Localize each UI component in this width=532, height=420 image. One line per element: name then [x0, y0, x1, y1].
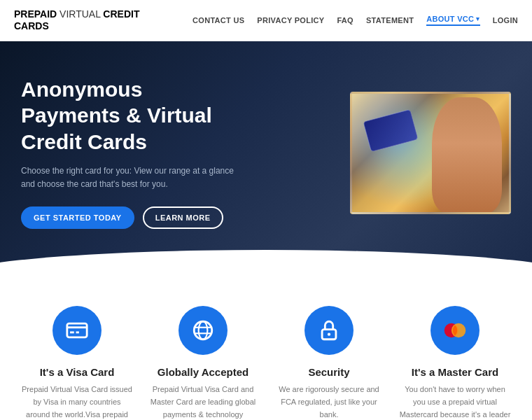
nav-about[interactable]: ABOUT VCC	[426, 15, 479, 26]
security-title: Security	[308, 366, 349, 378]
learn-more-button[interactable]: LEARN MORE	[143, 206, 223, 229]
mastercard-icon-circle	[430, 306, 479, 355]
global-icon-circle	[178, 306, 227, 355]
security-desc: We are rigorously secure and FCA regulat…	[273, 384, 385, 420]
visa-desc: Prepaid Virtual Visa Card issued by Visa…	[21, 384, 133, 420]
brand-cards: CARDS	[14, 20, 139, 32]
brand-credit: CREDIT	[103, 8, 139, 20]
svg-point-9	[328, 333, 330, 336]
hero-image	[350, 92, 511, 214]
global-title: Globally Accepted	[158, 366, 248, 378]
feature-global: Globally Accepted Prepaid Virtual Visa C…	[147, 327, 259, 420]
get-started-button[interactable]: GET STARTED TODAY	[21, 206, 134, 229]
main-nav: CONTACT US PRIVACY POLICY FAQ STATEMENT …	[192, 15, 518, 26]
hero-text: Anonymous Payments & Virtual Credit Card…	[21, 76, 238, 230]
nav-privacy[interactable]: PRIVACY POLICY	[257, 16, 324, 24]
mastercard-icon	[443, 318, 467, 342]
visa-title: It's a Visa Card	[40, 366, 115, 378]
header: PREPAID VIRTUAL CREDIT CARDS CONTACT US …	[0, 0, 532, 41]
hero-section: Anonymous Payments & Virtual Credit Card…	[0, 41, 532, 286]
mastercard-desc: You don't have to worry when you use a p…	[399, 384, 511, 420]
globe-icon	[191, 318, 215, 342]
nav-login[interactable]: LOGIN	[493, 16, 518, 24]
feature-security: Security We are rigorously secure and FC…	[273, 327, 385, 420]
credit-card-icon	[65, 318, 89, 342]
lock-icon	[317, 318, 341, 342]
brand-virtual-text: VIRTUAL	[59, 8, 100, 20]
brand-prepaid: PREPAID	[14, 8, 57, 20]
hero-face	[432, 97, 502, 213]
nav-faq[interactable]: FAQ	[337, 16, 354, 24]
security-icon-circle	[304, 306, 354, 355]
card-in-hand	[363, 108, 418, 152]
feature-visa: It's a Visa Card Prepaid Virtual Visa Ca…	[21, 327, 133, 420]
hero-image-frame	[350, 92, 511, 214]
brand-logo: PREPAID VIRTUAL CREDIT CARDS	[14, 8, 139, 32]
visa-icon-circle	[52, 306, 102, 355]
feature-mastercard: It's a Master Card You don't have to wor…	[399, 327, 511, 420]
svg-rect-0	[67, 324, 87, 338]
mastercard-title: It's a Master Card	[412, 366, 498, 378]
svg-point-4	[194, 322, 212, 340]
hero-title: Anonymous Payments & Virtual Credit Card…	[21, 76, 238, 155]
global-desc: Prepaid Virtual Visa Card and Master Car…	[147, 384, 259, 420]
svg-point-5	[199, 322, 208, 340]
hero-subtitle: Choose the right card for you: View our …	[21, 164, 238, 191]
features-section: It's a Visa Card Prepaid Virtual Visa Ca…	[0, 285, 532, 420]
nav-contact[interactable]: CONTACT US	[192, 16, 244, 24]
nav-statement[interactable]: STATEMENT	[366, 16, 414, 24]
hero-buttons: GET STARTED TODAY LEARN MORE	[21, 206, 238, 229]
